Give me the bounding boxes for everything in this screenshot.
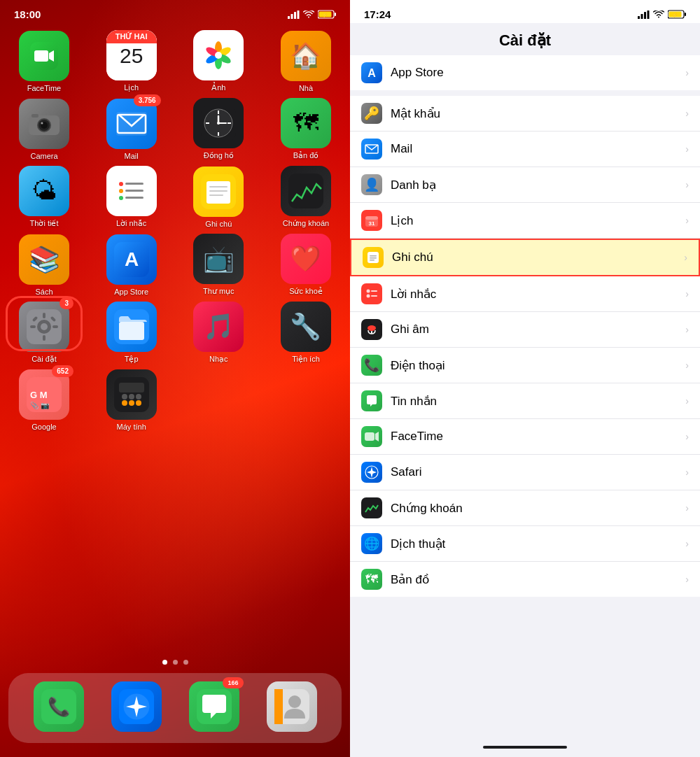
dock-safari[interactable] bbox=[105, 681, 168, 735]
dot-1 bbox=[162, 660, 167, 665]
clock-app-icon bbox=[201, 106, 236, 141]
settings-item-maps[interactable]: 🗺 Bản đồ › bbox=[350, 562, 700, 597]
app-utilities[interactable]: 🔧 Tiện ích bbox=[274, 302, 337, 364]
appstore-app-icon: A bbox=[114, 242, 149, 277]
svg-rect-105 bbox=[368, 325, 376, 331]
svg-rect-21 bbox=[31, 114, 38, 118]
svg-text:⚡: ⚡ bbox=[322, 12, 328, 18]
google-badge: 652 bbox=[52, 365, 74, 377]
settings-item-mail[interactable]: Mail › bbox=[350, 132, 700, 167]
settings-item-safari[interactable]: Safari › bbox=[350, 455, 700, 490]
mail-app-icon bbox=[116, 112, 147, 136]
stocks-settings-label: Chứng khoán bbox=[391, 501, 685, 516]
contacts-dock-icon bbox=[274, 689, 309, 724]
app-row-2: Camera 3.756 Mail bbox=[13, 98, 337, 160]
app-reminders[interactable]: Lời nhắc bbox=[100, 166, 163, 228]
svg-text:A: A bbox=[368, 67, 376, 79]
app-music[interactable]: 🎵 Nhạc bbox=[187, 302, 250, 364]
settings-item-reminders[interactable]: Lời nhắc › bbox=[350, 276, 700, 312]
app-files[interactable]: Tệp bbox=[100, 302, 163, 364]
settings-item-calendar[interactable]: 31 Lịch › bbox=[350, 203, 700, 239]
app-calendar[interactable]: THỨ HAI 25 Lịch bbox=[100, 30, 163, 92]
safari-chevron: › bbox=[685, 467, 689, 478]
settings-item-messages[interactable]: Tin nhắn › bbox=[350, 383, 700, 419]
battery-icon: ⚡ bbox=[318, 10, 336, 19]
svg-rect-62 bbox=[119, 322, 144, 340]
settings-item-facetime[interactable]: FaceTime › bbox=[350, 419, 700, 455]
dock-phone[interactable]: 📞 bbox=[27, 681, 90, 735]
svg-text:A: A bbox=[125, 248, 139, 270]
settings-badge: 3 bbox=[59, 297, 74, 309]
voicememo-chevron: › bbox=[685, 324, 689, 335]
messages-badge: 166 bbox=[223, 677, 243, 688]
cal-date: 25 bbox=[120, 43, 143, 69]
app-stocks[interactable]: Chứng khoán bbox=[274, 166, 337, 228]
facetime-app-icon bbox=[30, 42, 58, 70]
voicememo-icon bbox=[361, 319, 382, 340]
mail-svg bbox=[365, 143, 379, 155]
settings-item-password[interactable]: 🔑 Mật khẩu › bbox=[350, 96, 700, 132]
app-settings[interactable]: 3 Cài đặt bbox=[13, 302, 76, 364]
app-calculator[interactable]: Máy tính bbox=[100, 369, 163, 431]
app-mail[interactable]: 3.756 Mail bbox=[100, 99, 163, 160]
scroll-indicator-container bbox=[350, 742, 700, 757]
safari-settings-icon bbox=[361, 462, 382, 483]
settings-item-appstore[interactable]: A App Store › bbox=[350, 55, 700, 90]
time-right: 17:24 bbox=[364, 8, 391, 20]
music-label: Nhạc bbox=[209, 355, 228, 364]
svg-point-101 bbox=[367, 290, 370, 293]
settings-screen: 17:24 ⚡ Cài đặt bbox=[350, 0, 700, 757]
svg-rect-41 bbox=[125, 190, 144, 192]
dock-contacts[interactable] bbox=[260, 681, 323, 735]
app-appstore[interactable]: A App Store bbox=[100, 234, 163, 296]
translate-icon: 🌐 bbox=[361, 533, 382, 554]
svg-rect-5 bbox=[335, 13, 336, 16]
weather-label: Thời tiết bbox=[30, 219, 59, 228]
settings-item-voicememo[interactable]: Ghi âm › bbox=[350, 312, 700, 348]
settings-item-phone[interactable]: 📞 Điện thoại › bbox=[350, 348, 700, 383]
app-notes[interactable]: Ghi chú bbox=[187, 167, 250, 228]
app-home[interactable]: 🏠 Nhà bbox=[274, 31, 337, 92]
svg-rect-45 bbox=[206, 181, 230, 204]
app-health[interactable]: ❤️ Sức khoẻ bbox=[274, 234, 337, 296]
svg-point-25 bbox=[41, 122, 43, 125]
app-books[interactable]: 📚 Sách bbox=[13, 234, 76, 296]
svg-point-38 bbox=[119, 182, 123, 186]
app-photos[interactable]: Ảnh bbox=[187, 30, 250, 92]
settings-item-translate[interactable]: 🌐 Dịch thuật › bbox=[350, 526, 700, 562]
app-weather[interactable]: 🌤 Thời tiết bbox=[13, 166, 76, 228]
svg-rect-104 bbox=[371, 295, 377, 297]
phone-dock-icon: 📞 bbox=[41, 689, 76, 724]
app-clock[interactable]: Đồng hồ bbox=[187, 98, 250, 160]
settings-item-stocks[interactable]: Chứng khoán › bbox=[350, 490, 700, 526]
svg-rect-86 bbox=[648, 10, 650, 19]
app-tvmenu[interactable]: 📺 Thư mục bbox=[187, 234, 250, 296]
notes-settings-label: Ghi chú bbox=[392, 250, 684, 264]
svg-rect-55 bbox=[43, 313, 46, 318]
svg-point-69 bbox=[129, 400, 134, 406]
maps-settings-icon: 🗺 bbox=[361, 569, 382, 590]
photos-app-icon bbox=[197, 34, 239, 76]
svg-rect-1 bbox=[291, 14, 293, 19]
settings-item-contacts[interactable]: 👤 Danh bạ › bbox=[350, 167, 700, 203]
settings-item-notes[interactable]: Ghi chú › bbox=[350, 239, 700, 276]
app-facetime[interactable]: FaceTime bbox=[13, 31, 76, 92]
app-maps[interactable]: 🗺 Bản đồ bbox=[274, 98, 337, 160]
reminders-svg bbox=[365, 287, 379, 301]
app-google[interactable]: 652 G M 📎 📷 Google bbox=[13, 369, 76, 431]
svg-text:⚡: ⚡ bbox=[672, 12, 678, 18]
voicememo-label: Ghi âm bbox=[391, 323, 685, 337]
stocks-chevron: › bbox=[685, 502, 689, 514]
calendar-label: Lịch bbox=[124, 83, 139, 92]
settings-app-icon bbox=[27, 309, 62, 344]
google-app-icon: G M 📎 📷 bbox=[27, 377, 62, 412]
dock-messages[interactable]: 166 bbox=[183, 681, 246, 735]
stocks-app-icon bbox=[288, 174, 323, 208]
app-camera[interactable]: Camera bbox=[13, 99, 76, 160]
svg-rect-81 bbox=[274, 689, 283, 724]
status-bar-left: 18:00 ⚡ bbox=[0, 0, 350, 23]
svg-rect-47 bbox=[209, 190, 227, 192]
phone-chevron: › bbox=[685, 360, 689, 371]
photos-label: Ảnh bbox=[211, 83, 225, 92]
svg-marker-110 bbox=[367, 467, 377, 478]
